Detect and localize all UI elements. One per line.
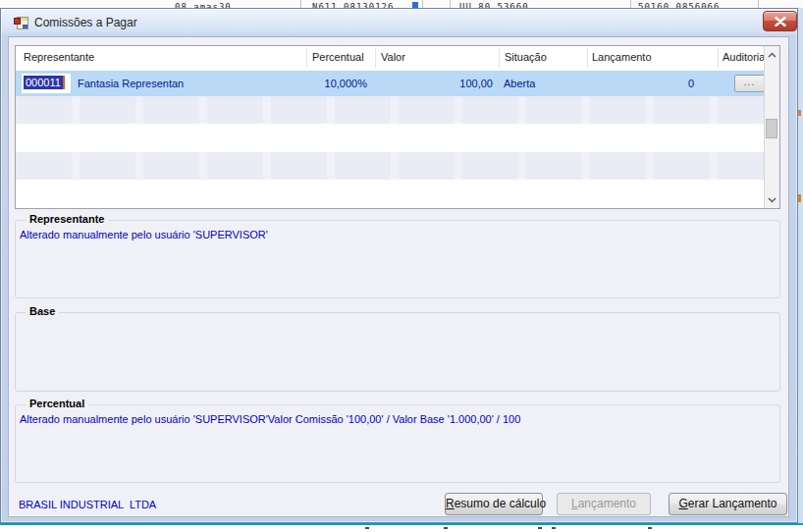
chevron-down-icon bbox=[768, 197, 776, 203]
cell-valor: 100,00 bbox=[375, 78, 493, 89]
percentual-audit-text: Alterado manualmente pelo usuário 'SUPER… bbox=[20, 413, 774, 425]
groupbox-percentual: Percentual Alterado manualmente pelo usu… bbox=[15, 404, 780, 483]
cell-lancamento: 0 bbox=[596, 78, 694, 89]
background-mark bbox=[444, 527, 448, 529]
title-bar[interactable]: Comissões a Pagar bbox=[1, 9, 797, 36]
column-separator bbox=[587, 48, 588, 68]
column-separator bbox=[499, 48, 500, 68]
company-label: BRASIL INDUSTRIAL LTDA bbox=[19, 499, 156, 510]
column-separator bbox=[718, 48, 719, 68]
column-header-auditoria[interactable]: Auditoria bbox=[723, 51, 765, 63]
scrollbar-thumb[interactable] bbox=[766, 119, 777, 138]
cell-border bbox=[422, 0, 423, 8]
background-mark bbox=[648, 527, 652, 529]
codigo-selected-text: 000011 bbox=[24, 76, 65, 89]
background-teal-divider bbox=[0, 523, 803, 525]
window-title: Comissões a Pagar bbox=[34, 16, 137, 29]
background-mark bbox=[365, 527, 369, 529]
column-header-lancamento[interactable]: Lançamento bbox=[592, 51, 652, 63]
groupbox-title: Base bbox=[26, 305, 59, 317]
column-separator bbox=[375, 48, 376, 68]
chevron-up-icon bbox=[768, 52, 776, 58]
column-separator bbox=[306, 48, 307, 68]
empty-grid-row bbox=[16, 152, 765, 180]
form-icon bbox=[14, 16, 28, 29]
column-header-situacao[interactable]: Situação bbox=[505, 51, 547, 63]
cell-percentual: 10,000% bbox=[257, 78, 367, 89]
empty-grid-row bbox=[16, 124, 765, 152]
scroll-down-button[interactable] bbox=[765, 192, 778, 207]
background-window-right bbox=[798, 8, 803, 523]
resumo-de-calculo-button[interactable]: Resumo de cálculo bbox=[445, 493, 543, 515]
grid-header-row: Representante Percentual Valor Situação … bbox=[16, 46, 779, 72]
groupbox-representante: Representante Alterado manualmente pelo … bbox=[15, 220, 780, 298]
close-button[interactable] bbox=[763, 11, 797, 31]
dialog-client-area: Representante Percentual Valor Situação … bbox=[8, 36, 789, 517]
commissions-grid: Representante Percentual Valor Situação … bbox=[15, 45, 780, 209]
scroll-up-button[interactable] bbox=[765, 47, 778, 62]
screen: 08 amas30 N611 08130126 UU 80 53660 5016… bbox=[0, 0, 803, 532]
cell-border bbox=[450, 0, 451, 8]
background-orange-mark bbox=[798, 110, 801, 116]
cell-representante: Fantasia Representan bbox=[78, 78, 184, 89]
auditoria-ellipsis-button[interactable]: ... bbox=[734, 75, 765, 92]
empty-grid-row bbox=[16, 96, 765, 124]
codigo-edit-cell[interactable]: 000011 bbox=[22, 74, 71, 93]
groupbox-base: Base bbox=[15, 312, 780, 392]
empty-grid-row bbox=[16, 180, 765, 208]
cell-border bbox=[630, 0, 631, 8]
gerar-lancamento-button[interactable]: Gerar Lançamento bbox=[669, 493, 787, 515]
groupbox-title: Percentual bbox=[26, 398, 88, 409]
dialog-comissoes-a-pagar: Comissões a Pagar Representante Percentu… bbox=[0, 8, 798, 523]
representante-audit-text: Alterado manualmente pelo usuário 'SUPER… bbox=[20, 229, 774, 240]
vertical-scrollbar[interactable] bbox=[764, 46, 779, 208]
lancamento-button: Lançamento bbox=[557, 493, 651, 515]
column-header-percentual[interactable]: Percentual bbox=[312, 51, 364, 63]
grid-row-selected[interactable]: 000011 Fantasia Representan 10,000% 100,… bbox=[16, 71, 765, 96]
column-header-representante[interactable]: Representante bbox=[24, 51, 94, 63]
cell-border bbox=[300, 0, 301, 8]
background-orange-mark bbox=[798, 194, 801, 202]
groupbox-title: Representante bbox=[26, 213, 108, 225]
background-mark bbox=[538, 527, 542, 529]
background-window-top: 08 amas30 N611 08130126 UU 80 53660 5016… bbox=[0, 0, 803, 8]
column-header-valor[interactable]: Valor bbox=[381, 51, 405, 63]
close-icon bbox=[775, 17, 786, 27]
background-mark bbox=[552, 527, 556, 529]
cell-situacao: Aberta bbox=[504, 78, 535, 89]
cell-border bbox=[758, 0, 759, 8]
